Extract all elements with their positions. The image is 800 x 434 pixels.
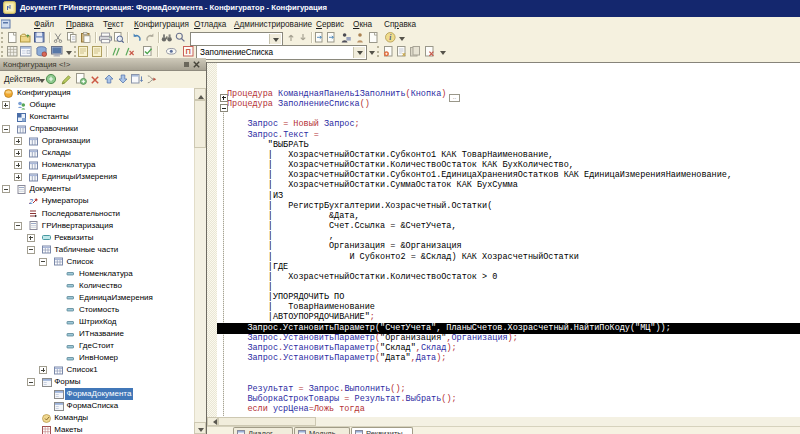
svg-text:2: 2: [29, 198, 33, 205]
svg-text:П: П: [186, 47, 191, 56]
